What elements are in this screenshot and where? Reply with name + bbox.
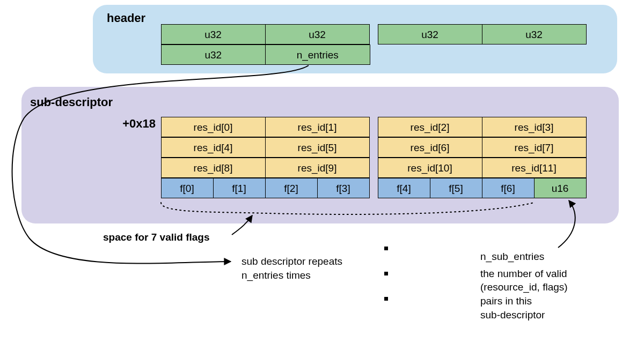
offset-label: +0x18 [102,117,156,131]
note-repeat-l1: sub descriptor repeats [241,255,342,269]
u16-cell-n-sub-entries: u16 [534,178,587,198]
note-flags: space for 7 valid flags [103,230,210,244]
header-cell-n-entries: n_entries [265,44,370,65]
resid-cell: res_id[6] [378,137,482,158]
resid-cell: res_id[2] [378,117,482,137]
note-nsub: n_sub_entries the number of valid (resou… [480,250,568,322]
resid-cell: res_id[5] [265,137,370,158]
resid-cell: res_id[3] [482,117,587,137]
resid-cell: res_id[8] [161,158,266,178]
flag-cell: f[1] [213,178,266,198]
header-cell: u32 [482,24,587,44]
flag-cell: f[2] [265,178,318,198]
flag-cell: f[3] [317,178,370,198]
resid-cell: res_id[1] [265,117,370,137]
resid-cell: res_id[11] [482,158,587,178]
header-cell: u32 [161,24,266,44]
note-repeat: sub descriptor repeats n_entries times [241,255,342,282]
header-cell: u32 [161,44,266,65]
flag-cell: f[6] [482,178,535,198]
note-repeat-l2: n_entries times [241,269,342,282]
sub-descriptor-grid: res_id[0] res_id[1] res_id[2] res_id[3] … [161,117,586,198]
note-nsub-l4: sub-descriptor [480,308,568,322]
note-nsub-title: n_sub_entries [480,250,568,264]
sub-descriptor-title: sub-descriptor [30,95,113,109]
note-nsub-l3: pairs in this [480,294,568,308]
note-nsub-l1: the number of valid [480,267,568,281]
header-grid: u32 u32 u32 u32 u32 n_entries [161,24,586,65]
header-title: header [107,11,606,25]
header-cell: u32 [265,24,370,44]
resid-cell: res_id[0] [161,117,266,137]
resid-cell: res_id[10] [378,158,482,178]
flag-cell: f[5] [430,178,482,198]
flag-cell: f[0] [161,178,214,198]
header-cell: u32 [378,24,482,44]
vertical-ellipsis [383,247,389,301]
note-nsub-l2: (resource_id, flags) [480,280,568,294]
flag-cell: f[4] [378,178,430,198]
resid-cell: res_id[7] [482,137,587,158]
resid-cell: res_id[9] [265,158,370,178]
resid-cell: res_id[4] [161,137,266,158]
